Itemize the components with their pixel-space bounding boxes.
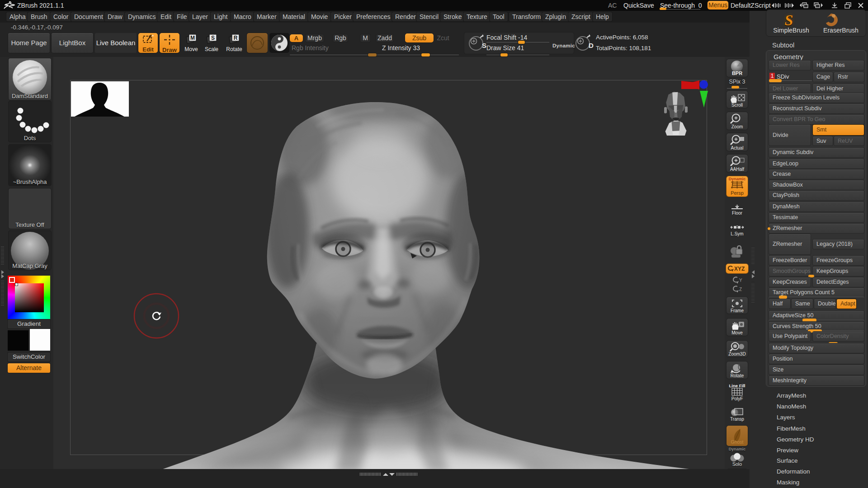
svg-text:Ghost: Ghost — [731, 439, 743, 445]
svg-text:M: M — [190, 35, 195, 41]
svg-text:Rotate: Rotate — [731, 373, 744, 378]
svg-text:L.Sym: L.Sym — [731, 231, 743, 236]
svg-text:Z: Z — [739, 287, 742, 292]
svg-text:S: S — [211, 35, 215, 41]
svg-text:Line Fill: Line Fill — [729, 384, 745, 388]
svg-text:Transp: Transp — [730, 417, 744, 422]
svg-text:Scroll: Scroll — [731, 103, 743, 108]
svg-text:XYZ: XYZ — [734, 266, 745, 272]
svg-text:Move: Move — [731, 330, 743, 335]
svg-text:AAHalf: AAHalf — [730, 167, 744, 172]
svg-text:Floor: Floor — [732, 211, 742, 216]
svg-text:R: R — [234, 35, 238, 41]
svg-text:S: S — [482, 42, 486, 49]
svg-text:Persp: Persp — [731, 190, 744, 196]
svg-text:Zoom: Zoom — [731, 124, 743, 129]
svg-text:PolyF: PolyF — [731, 396, 743, 401]
svg-text:D: D — [589, 42, 594, 49]
svg-text:Frame: Frame — [731, 308, 744, 313]
svg-text:Actual: Actual — [731, 145, 744, 150]
svg-text:BPR: BPR — [732, 70, 742, 76]
svg-text:Zoom3D: Zoom3D — [728, 352, 745, 357]
svg-text:Y: Y — [739, 278, 742, 283]
